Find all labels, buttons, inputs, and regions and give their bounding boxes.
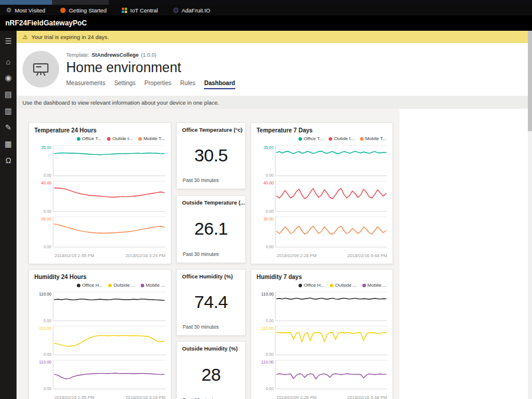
svg-text:110.00: 110.00 — [39, 360, 51, 364]
svg-text:40.00: 40.00 — [41, 181, 51, 185]
kpi-caption: Past 30 minutes — [177, 177, 245, 189]
template-version: (1.0.0) — [141, 52, 157, 58]
legend-label: Outide t... — [112, 136, 133, 141]
trial-banner: ⚠ Your trial is expiring in 24 days. — [17, 31, 532, 43]
kpi-value: 74.4 — [177, 280, 245, 324]
bookmark-getting-started[interactable]: Getting Started — [60, 7, 106, 14]
legend-dot-icon — [362, 284, 366, 287]
legend-item: Outide t... — [107, 136, 133, 141]
chart-title: Temperature 7 Days — [251, 123, 392, 134]
info-text: Use the dashboard to view relevant infor… — [22, 99, 219, 106]
svg-text:110.00: 110.00 — [261, 326, 274, 330]
svg-text:2018/02/16 3:24 PM: 2018/02/16 3:24 PM — [125, 253, 166, 258]
device-explorer-icon[interactable]: ◉ — [0, 73, 17, 83]
legend-dot-icon — [77, 137, 80, 141]
bookmark-most-visited[interactable]: ⚙ Most Visited — [6, 7, 45, 14]
svg-text:0.00: 0.00 — [265, 352, 274, 356]
chart-title: Humidity 24 Hours — [29, 270, 171, 280]
legend-dot-icon — [299, 137, 302, 141]
kpi-caption: Past 30 minutes — [177, 251, 245, 262]
legend-dot-icon — [107, 137, 111, 141]
legend-item: Outside ... — [330, 283, 356, 288]
tile-humidity-7d: Humidity 7 days Office H...Outside ...Mo… — [251, 269, 393, 399]
legend-dot-icon — [299, 284, 302, 287]
analytics-icon[interactable]: ▥ — [0, 106, 17, 116]
svg-text:0.00: 0.00 — [265, 387, 274, 391]
svg-text:110.00: 110.00 — [39, 326, 51, 330]
svg-text:0.00: 0.00 — [43, 352, 51, 356]
device-sets-icon[interactable]: ▤ — [0, 90, 17, 99]
active-tab-edge[interactable] — [0, 0, 52, 5]
legend-dot-icon — [138, 137, 142, 141]
bookmark-iot-central[interactable]: IoT Central — [122, 7, 158, 14]
tab-rules[interactable]: Rules — [180, 80, 196, 89]
svg-text:110.00: 110.00 — [39, 292, 51, 296]
inactive-tab-edge[interactable] — [52, 0, 109, 5]
tab-dashboard[interactable]: Dashboard — [204, 80, 235, 89]
sidebar: ☰⌂◉▤▥✎▦Ω — [0, 31, 17, 399]
bookmark-label: Getting Started — [69, 7, 106, 14]
legend-item: Office H... — [77, 283, 103, 288]
template-name: StAndrewsCollege — [92, 52, 139, 58]
legend-label: Outide t... — [334, 136, 355, 141]
user-icon[interactable]: Ω — [0, 156, 17, 166]
info-bar: Use the dashboard to view relevant infor… — [17, 96, 532, 109]
chart-legend: Office H...Outside ...Mobile ... — [29, 280, 171, 288]
tile-outside-humidity: Outside Humidity (%) 28 Past 30 minutes — [176, 341, 246, 399]
tile-temperature-24h: Temperature 24 Hours Office T...Outide t… — [28, 122, 171, 264]
svg-text:2018/02/15 2:55 PM: 2018/02/15 2:55 PM — [54, 395, 95, 399]
svg-text:35.00: 35.00 — [41, 217, 51, 221]
trial-banner-text: Your trial is expiring in 24 days. — [31, 34, 109, 40]
legend-label: Office H... — [304, 283, 325, 288]
tab-properties[interactable]: Properties — [144, 80, 171, 89]
legend-label: Office H... — [82, 283, 103, 288]
browser-tab-strip — [0, 0, 532, 5]
template-line: Template: StAndrewsCollege (1.0.0) — [66, 52, 157, 58]
line-chart: 35.000.0040.000.0035.000.002018/02/15 2:… — [33, 143, 167, 259]
svg-text:0.00: 0.00 — [43, 319, 51, 323]
scrollbar-thumb[interactable] — [528, 31, 532, 131]
tab-settings[interactable]: Settings — [114, 80, 135, 89]
kpi-value: 30.5 — [177, 133, 245, 177]
kpi-title: Office Humidity (%) — [177, 270, 245, 280]
kpi-title: Outside Humidity (%) — [177, 342, 245, 352]
jobs-icon[interactable]: ✎ — [0, 123, 17, 132]
legend-item: Outide t... — [329, 136, 355, 141]
svg-text:2018/02/16 5:48 PM: 2018/02/16 5:48 PM — [347, 395, 387, 399]
legend-label: Mobile ... — [146, 283, 165, 288]
tile-humidity-24h: Humidity 24 Hours Office H...Outside ...… — [28, 269, 171, 399]
legend-item: Mobile T... — [138, 136, 165, 141]
administration-icon[interactable]: ▦ — [0, 140, 17, 149]
kpi-value: 28 — [177, 352, 245, 397]
adafruit-icon — [173, 8, 179, 13]
legend-label: Outside ... — [113, 283, 135, 288]
template-label: Template: — [66, 52, 89, 58]
svg-text:0.00: 0.00 — [43, 387, 51, 391]
line-chart: 110.000.00110.000.00110.000.002018/02/15… — [33, 290, 167, 399]
legend-item: Outside ... — [108, 283, 135, 288]
home-icon[interactable]: ⌂ — [0, 57, 17, 67]
tile-office-temperature: Office Temperature (°c) 30.5 Past 30 min… — [176, 122, 246, 189]
tile-office-humidity: Office Humidity (%) 74.4 Past 30 minutes — [176, 269, 246, 336]
legend-dot-icon — [141, 284, 144, 287]
kpi-caption: Past 30 minutes — [177, 324, 245, 335]
legend-item: Office H... — [299, 283, 325, 288]
legend-dot-icon — [329, 137, 332, 141]
legend-item: Mobile T... — [360, 136, 387, 141]
line-chart: 35.000.0040.000.0035.000.002018/02/09 2:… — [255, 143, 388, 259]
tab-measurements[interactable]: Measurements — [66, 80, 105, 89]
device-header: Template: StAndrewsCollege (1.0.0) Home … — [17, 43, 532, 96]
tab-bar: Measurements Settings Properties Rules D… — [66, 80, 235, 89]
svg-text:35.00: 35.00 — [41, 145, 51, 150]
bookmark-adafruit[interactable]: AdaFruit.IO — [173, 7, 210, 14]
svg-text:2018/02/16 3:24 PM: 2018/02/16 3:24 PM — [125, 395, 166, 399]
legend-item: Mobile ... — [141, 283, 165, 288]
legend-item: Office T... — [299, 136, 324, 141]
legend-label: Outside ... — [335, 283, 356, 288]
legend-item: Office T... — [77, 136, 102, 141]
kpi-title: Office Temperature (°c) — [177, 123, 245, 133]
svg-text:0.00: 0.00 — [265, 173, 274, 177]
menu-icon[interactable]: ☰ — [0, 37, 17, 46]
legend-item: Mobile ... — [362, 283, 387, 288]
legend-label: Mobile ... — [368, 283, 387, 288]
